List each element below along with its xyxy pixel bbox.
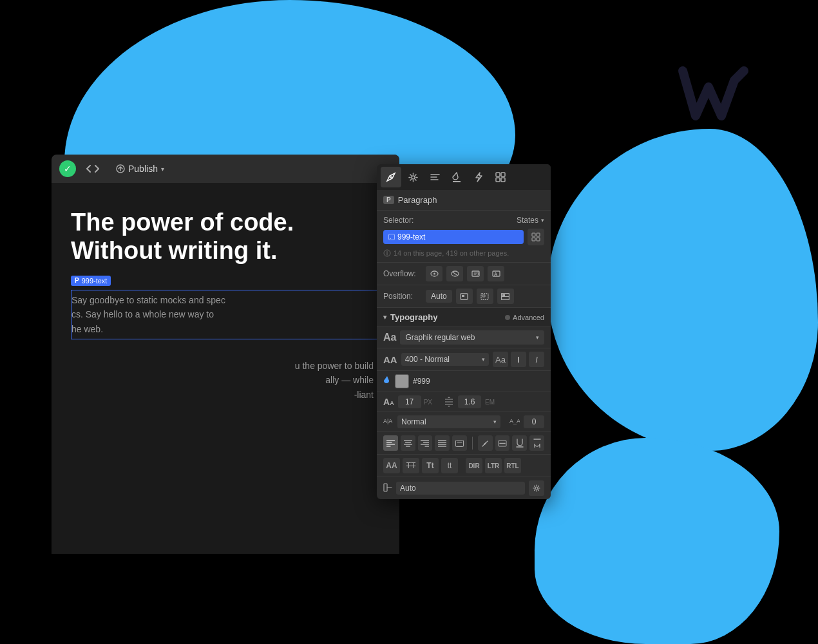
align-center-button[interactable] <box>401 435 415 451</box>
auto-select[interactable]: Auto <box>396 482 525 495</box>
direction-auto-button[interactable]: DIR <box>466 458 482 473</box>
svg-point-16 <box>433 273 435 275</box>
color-swatch[interactable] <box>395 374 409 388</box>
spacing-icon: A |A <box>383 417 394 427</box>
check-status-icon[interactable]: ✓ <box>59 160 76 177</box>
right-panel: P Paragraph Selector: States ▾ . 999-tex… <box>377 164 551 499</box>
style-panel-button[interactable] <box>381 167 401 187</box>
font-family-select[interactable]: Graphik regular web ▾ <box>400 330 544 345</box>
svg-rect-59 <box>384 484 387 491</box>
auto-settings-button[interactable] <box>529 480 544 496</box>
code-toggle-button[interactable] <box>82 162 103 175</box>
spacing-chevron-icon: ▾ <box>493 419 497 425</box>
collapse-icon[interactable]: ▾ <box>383 314 386 321</box>
align-right-button[interactable] <box>418 435 433 451</box>
selected-paragraph-block[interactable]: P 999-text Say goodbye to static mocks a… <box>71 274 380 339</box>
overflow-label: Overflow: <box>383 269 422 278</box>
line-height-icon <box>444 397 454 407</box>
case-lowercase-button[interactable]: tt <box>441 458 458 473</box>
svg-rect-23 <box>462 295 464 297</box>
selector-row: Selector: States ▾ <box>383 216 544 225</box>
panel-element-header: P Paragraph <box>377 190 551 211</box>
advanced-toggle-button[interactable]: Advanced <box>505 314 544 321</box>
position-row: Position: Auto <box>377 285 551 308</box>
direction-rtl-icon: RTL <box>506 462 518 469</box>
align-separator <box>472 437 473 450</box>
font-weight-icon: AA <box>383 354 397 365</box>
font-size-row: AA PX EM <box>377 392 551 412</box>
word-spacing-select[interactable]: Normal ▾ <box>397 415 500 428</box>
font-weight-row: AA 400 - Normal ▾ Aa I I <box>377 348 551 371</box>
svg-rect-5 <box>501 173 505 176</box>
case-uppercase-button[interactable]: Tt <box>422 458 439 473</box>
position-option4-button[interactable] <box>497 289 514 304</box>
selector-info-text: 14 on this page, 419 on other pages. <box>383 249 544 257</box>
text-decoration-overline-button[interactable] <box>529 435 544 451</box>
interactions-panel-button[interactable] <box>424 167 445 187</box>
svg-rect-19 <box>472 271 479 276</box>
bold-icon: I <box>517 355 520 365</box>
svg-text:A: A <box>494 272 497 276</box>
font-family-row: Aa Graphik regular web ▾ <box>377 327 551 348</box>
publish-chevron-icon: ▾ <box>161 166 164 173</box>
position-option2-button[interactable] <box>456 289 473 304</box>
component-panel-button[interactable] <box>490 167 511 187</box>
element-type-label: Paragraph <box>398 195 437 205</box>
letter-spacing-icon: A_A <box>508 417 520 427</box>
align-justify-button[interactable] <box>435 435 450 451</box>
overflow-option4-button[interactable]: A <box>488 266 504 281</box>
motion-panel-button[interactable] <box>468 167 489 187</box>
case-normal-button[interactable]: AA <box>383 458 400 473</box>
class-pill[interactable]: . 999-text <box>383 230 524 244</box>
font-italic-button[interactable]: I <box>529 352 544 367</box>
settings-panel-button[interactable] <box>403 167 423 187</box>
element-label: P 999-text <box>71 276 111 286</box>
overflow-hidden-button[interactable] <box>446 266 463 281</box>
font-style-buttons: Aa I I <box>493 352 544 367</box>
letter-spacing-input[interactable] <box>524 415 544 428</box>
direction-ltr-button[interactable]: LTR <box>485 458 502 473</box>
position-option3-button[interactable] <box>477 289 493 304</box>
selector-combo-button[interactable] <box>528 229 544 245</box>
selector-section: Selector: States ▾ . 999-text <box>377 211 551 263</box>
text-decoration-underline-button[interactable] <box>512 435 527 451</box>
states-chevron-icon: ▾ <box>541 217 544 223</box>
states-dropdown-button[interactable]: States ▾ <box>517 216 544 225</box>
blob-bottom-right-shape <box>535 438 779 644</box>
font-bold-button[interactable]: I <box>511 352 526 367</box>
font-size-icon: AA <box>383 397 394 407</box>
text-align-row <box>377 432 551 455</box>
element-type-badge: P <box>383 196 394 204</box>
position-auto-button[interactable]: Auto <box>426 290 452 303</box>
element-class-label: 999-text <box>82 277 108 285</box>
svg-text:|A: |A <box>387 418 392 424</box>
overflow-visible-button[interactable] <box>426 266 442 281</box>
font-size-input[interactable] <box>398 395 421 408</box>
fills-panel-button[interactable] <box>446 167 467 187</box>
states-label: States <box>517 216 538 225</box>
font-weight-value: 400 - Normal <box>405 355 450 364</box>
color-row: #999 <box>377 371 551 392</box>
align-justify-all-button[interactable] <box>452 435 467 451</box>
svg-rect-10 <box>532 233 535 236</box>
font-family-value: Graphik regular web <box>405 333 475 342</box>
font-regular-button[interactable]: Aa <box>493 352 508 367</box>
overflow-option3-button[interactable] <box>467 266 484 281</box>
text-decoration-strikethrough-button[interactable] <box>495 435 510 451</box>
line-height-input[interactable] <box>458 395 481 408</box>
info-text-content: 14 on this page, 419 on other pages. <box>394 249 509 257</box>
publish-button[interactable]: Publish ▾ <box>112 161 168 176</box>
auto-value: Auto <box>400 484 416 493</box>
font-weight-select[interactable]: 400 - Normal ▾ <box>401 353 489 366</box>
class-icon: . <box>388 234 395 240</box>
canvas-toolbar: ✓ Publish ▾ <box>52 155 399 183</box>
publish-label: Publish <box>128 164 158 174</box>
position-value: Auto <box>431 292 447 301</box>
case-strikethrough-button[interactable]: TT <box>403 458 419 473</box>
panel-toolbar <box>377 164 551 190</box>
direction-rtl-button[interactable]: RTL <box>504 458 521 473</box>
align-left-button[interactable] <box>383 435 398 451</box>
text-decoration-none-button[interactable] <box>478 435 493 451</box>
line-height-unit: EM <box>485 399 495 406</box>
font-family-chevron-icon: ▾ <box>536 334 539 341</box>
